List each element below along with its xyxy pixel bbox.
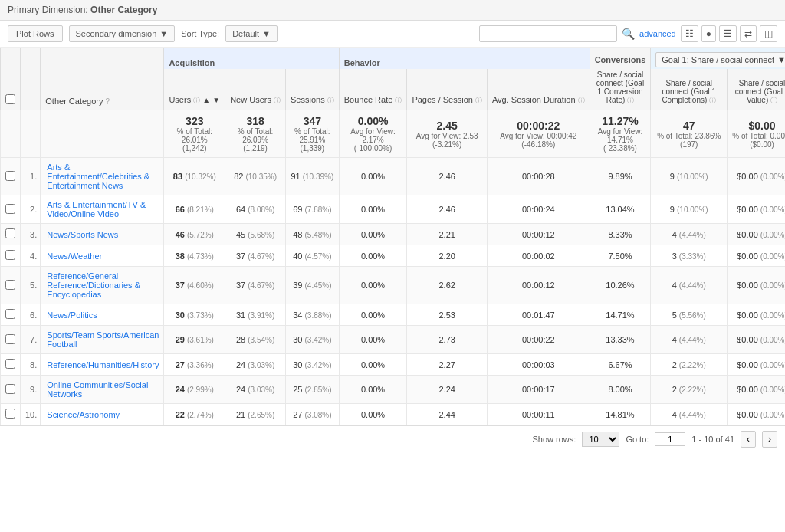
- category-link[interactable]: Arts & Entertainment/TV & Video/Online V…: [47, 200, 146, 218]
- value-cell: $0.00 (0.00%): [728, 404, 785, 425]
- completions-cell: 4 (4.44%): [651, 267, 728, 304]
- bounce-rate-cell: 0.00%: [339, 267, 407, 304]
- category-link[interactable]: Online Communities/Social Networks: [47, 380, 148, 399]
- search-input[interactable]: [479, 25, 617, 42]
- row-num: 9.: [21, 376, 41, 404]
- avg-session-cell: 00:00:12: [487, 267, 590, 304]
- row-checkbox[interactable]: [5, 280, 15, 290]
- toolbar: Plot Rows Secondary dimension ▼ Sort Typ…: [0, 21, 785, 48]
- category-name[interactable]: Arts & Entertainment/TV & Video/Online V…: [41, 195, 164, 224]
- pages-session-cell: 2.73: [407, 326, 488, 354]
- row-checkbox[interactable]: [5, 359, 15, 369]
- goal-value-col[interactable]: Share / social connect (Goal 1 Value) ⓘ: [728, 69, 785, 110]
- pie-view-icon[interactable]: ●: [701, 25, 716, 42]
- category-link[interactable]: Reference/General Reference/Dictionaries…: [47, 271, 140, 299]
- category-name[interactable]: Arts & Entertainment/Celebrities & Enter…: [41, 158, 164, 195]
- search-button[interactable]: 🔍: [622, 28, 635, 40]
- category-link[interactable]: Arts & Entertainment/Celebrities & Enter…: [47, 163, 149, 190]
- pivot-view-icon[interactable]: ◫: [760, 25, 777, 42]
- table-row: 6. News/Politics 30 (3.73%) 31 (3.91%) 3…: [1, 304, 786, 326]
- list-view-icon[interactable]: ☰: [719, 25, 737, 42]
- pages-session-col[interactable]: Pages / Session ⓘ: [407, 69, 488, 110]
- compare-view-icon[interactable]: ⇄: [740, 25, 757, 42]
- pages-session-cell: 2.27: [407, 354, 488, 376]
- sessions-cell: 39 (4.45%): [286, 267, 340, 304]
- users-cell: 30 (3.73%): [164, 304, 225, 326]
- chevron-down-icon: ▼: [262, 29, 271, 38]
- secondary-dimension-dropdown[interactable]: Secondary dimension ▼: [69, 25, 176, 42]
- users-cell: 66 (8.21%): [164, 195, 225, 224]
- sessions-cell: 30 (3.42%): [286, 326, 340, 354]
- category-name[interactable]: News/Politics: [41, 304, 164, 326]
- row-checkbox[interactable]: [5, 309, 15, 319]
- totals-sessions: 347 % of Total: 25.91% (1,339): [286, 110, 340, 158]
- new-users-col[interactable]: New Users ⓘ: [225, 69, 286, 110]
- checkbox-all[interactable]: [1, 69, 21, 110]
- go-to-input[interactable]: [655, 432, 685, 446]
- category-link[interactable]: Reference/Humanities/History: [47, 360, 159, 369]
- bounce-rate-cell: 0.00%: [339, 354, 407, 376]
- goal-completions-col[interactable]: Share / social connect (Goal 1 Completio…: [651, 69, 728, 110]
- bounce-rate-cell: 0.00%: [339, 404, 407, 425]
- bounce-rate-col[interactable]: Bounce Rate ⓘ: [339, 69, 407, 110]
- new-users-cell: 37 (4.67%): [225, 245, 286, 267]
- conv-rate-cell: 14.71%: [590, 304, 651, 326]
- conv-rate-cell: 7.50%: [590, 245, 651, 267]
- row-checkbox[interactable]: [5, 171, 15, 181]
- row-checkbox[interactable]: [5, 228, 15, 238]
- pages-session-cell: 2.46: [407, 195, 488, 224]
- conv-rate-cell: 6.67%: [590, 354, 651, 376]
- category-name[interactable]: Science/Astronomy: [41, 404, 164, 425]
- next-page-button[interactable]: ›: [762, 431, 777, 448]
- show-rows-select[interactable]: 10 25 50 100: [582, 432, 619, 447]
- totals-new-users: 318 % of Total: 26.09% (1,219): [225, 110, 286, 158]
- row-checkbox[interactable]: [5, 204, 15, 214]
- category-name[interactable]: Online Communities/Social Networks: [41, 376, 164, 404]
- goal-selector[interactable]: Goal 1: Share / social connect ▼: [655, 52, 785, 67]
- totals-bounce-rate: 0.00% Avg for View: 2.17% (-100.00%): [339, 110, 407, 158]
- help-icon: ⓘ: [709, 97, 716, 104]
- users-col[interactable]: Users ⓘ ▲ ▼: [164, 69, 225, 110]
- new-users-cell: 24 (3.03%): [225, 376, 286, 404]
- sort-type-dropdown[interactable]: Default ▼: [225, 25, 278, 42]
- table-row: 5. Reference/General Reference/Dictionar…: [1, 267, 786, 304]
- value-cell: $0.00 (0.00%): [728, 267, 785, 304]
- goal-conv-rate-col[interactable]: Share / social connect (Goal 1 Conversio…: [590, 69, 651, 110]
- select-all-checkbox[interactable]: [5, 94, 15, 104]
- table-view-icon[interactable]: ☷: [681, 25, 698, 42]
- other-category-col: Other Category ?: [41, 69, 164, 110]
- category-name[interactable]: Reference/Humanities/History: [41, 354, 164, 376]
- category-link[interactable]: News/Politics: [47, 310, 97, 320]
- category-link[interactable]: Sports/Team Sports/American Football: [47, 330, 159, 349]
- plot-rows-button[interactable]: Plot Rows: [8, 25, 63, 42]
- bounce-rate-cell: 0.00%: [339, 245, 407, 267]
- row-checkbox[interactable]: [5, 384, 15, 394]
- pages-session-cell: 2.44: [407, 404, 488, 425]
- pages-session-cell: 2.62: [407, 267, 488, 304]
- row-checkbox[interactable]: [5, 334, 15, 344]
- category-link[interactable]: News/Weather: [47, 251, 102, 261]
- row-checkbox[interactable]: [5, 409, 15, 419]
- completions-cell: 4 (4.44%): [651, 224, 728, 245]
- category-name[interactable]: Sports/Team Sports/American Football: [41, 326, 164, 354]
- new-users-cell: 21 (2.65%): [225, 404, 286, 425]
- goal-dropdown-header[interactable]: Goal 1: Share / social connect ▼: [651, 48, 785, 70]
- sessions-col[interactable]: Sessions ⓘ: [286, 69, 340, 110]
- advanced-link[interactable]: advanced: [639, 29, 676, 38]
- category-name[interactable]: News/Weather: [41, 245, 164, 267]
- num-header: [21, 48, 41, 70]
- avg-session-col[interactable]: Avg. Session Duration ⓘ: [487, 69, 590, 110]
- value-cell: $0.00 (0.00%): [728, 354, 785, 376]
- sessions-cell: 91 (10.39%): [286, 158, 340, 195]
- totals-row: 323 % of Total: 26.01% (1,242) 318 % of …: [1, 110, 786, 158]
- category-link[interactable]: Science/Astronomy: [47, 410, 120, 419]
- row-checkbox[interactable]: [5, 250, 15, 260]
- value-cell: $0.00 (0.00%): [728, 376, 785, 404]
- sort-type-label: Sort Type:: [181, 29, 219, 38]
- sessions-cell: 40 (4.57%): [286, 245, 340, 267]
- category-name[interactable]: Reference/General Reference/Dictionaries…: [41, 267, 164, 304]
- conv-rate-cell: 10.26%: [590, 267, 651, 304]
- prev-page-button[interactable]: ‹: [741, 431, 756, 448]
- category-link[interactable]: News/Sports News: [47, 230, 118, 239]
- category-name[interactable]: News/Sports News: [41, 224, 164, 245]
